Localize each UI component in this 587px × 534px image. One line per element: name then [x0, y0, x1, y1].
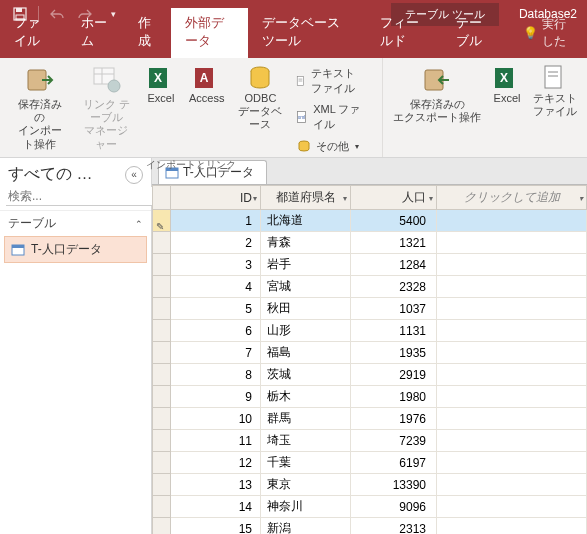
row-selector[interactable]: [153, 298, 171, 320]
import-xml-file-button[interactable]: xmlXML ファイル: [292, 100, 372, 134]
import-odbc-button[interactable]: ODBC データベース: [234, 62, 286, 134]
nav-pane-title[interactable]: すべての …: [8, 164, 92, 185]
tab-database-tools[interactable]: データベース ツール: [248, 8, 366, 58]
row-selector[interactable]: [153, 386, 171, 408]
table-row[interactable]: 7福島1935: [153, 342, 587, 364]
cell-empty[interactable]: [437, 254, 587, 276]
table-row[interactable]: 8茨城2919: [153, 364, 587, 386]
cell-population[interactable]: 9096: [351, 496, 437, 518]
cell-population[interactable]: 5400: [351, 210, 437, 232]
datasheet-grid[interactable]: ID▾ 都道府県名▾ 人口▾ クリックして追加▾ ✎1北海道54002青森132…: [152, 184, 587, 534]
cell-population[interactable]: 6197: [351, 452, 437, 474]
column-header-prefecture[interactable]: 都道府県名▾: [261, 186, 351, 210]
tab-create[interactable]: 作成: [124, 8, 171, 58]
row-selector[interactable]: [153, 254, 171, 276]
cell-id[interactable]: 8: [171, 364, 261, 386]
nav-search-input[interactable]: [6, 187, 160, 206]
cell-prefecture[interactable]: 埼玉: [261, 430, 351, 452]
tab-tell-me[interactable]: 💡実行した: [509, 10, 587, 58]
chevron-down-icon[interactable]: ▾: [579, 193, 583, 202]
table-row[interactable]: 4宮城2328: [153, 276, 587, 298]
row-selector[interactable]: ✎: [153, 210, 171, 232]
cell-id[interactable]: 14: [171, 496, 261, 518]
cell-id[interactable]: 4: [171, 276, 261, 298]
table-row[interactable]: ✎1北海道5400: [153, 210, 587, 232]
export-text-button[interactable]: テキスト ファイル: [529, 62, 581, 120]
table-row[interactable]: 15新潟2313: [153, 518, 587, 535]
row-selector[interactable]: [153, 474, 171, 496]
cell-prefecture[interactable]: 東京: [261, 474, 351, 496]
row-selector[interactable]: [153, 496, 171, 518]
table-row[interactable]: 13東京13390: [153, 474, 587, 496]
cell-empty[interactable]: [437, 518, 587, 535]
table-row[interactable]: 5秋田1037: [153, 298, 587, 320]
table-row[interactable]: 11埼玉7239: [153, 430, 587, 452]
cell-population[interactable]: 1131: [351, 320, 437, 342]
cell-prefecture[interactable]: 秋田: [261, 298, 351, 320]
cell-id[interactable]: 7: [171, 342, 261, 364]
cell-empty[interactable]: [437, 364, 587, 386]
cell-population[interactable]: 2313: [351, 518, 437, 535]
chevron-down-icon[interactable]: ▾: [343, 193, 347, 202]
qat-customize-icon[interactable]: ▾: [101, 2, 125, 26]
cell-empty[interactable]: [437, 430, 587, 452]
row-selector[interactable]: [153, 364, 171, 386]
cell-prefecture[interactable]: 福島: [261, 342, 351, 364]
cell-prefecture[interactable]: 宮城: [261, 276, 351, 298]
cell-population[interactable]: 1321: [351, 232, 437, 254]
saved-exports-button[interactable]: 保存済みの エクスポート操作: [389, 62, 485, 126]
tab-fields[interactable]: フィールド: [366, 8, 442, 58]
table-row[interactable]: 2青森1321: [153, 232, 587, 254]
cell-prefecture[interactable]: 山形: [261, 320, 351, 342]
cell-empty[interactable]: [437, 474, 587, 496]
cell-population[interactable]: 13390: [351, 474, 437, 496]
cell-population[interactable]: 2919: [351, 364, 437, 386]
cell-empty[interactable]: [437, 320, 587, 342]
row-selector[interactable]: [153, 342, 171, 364]
row-selector[interactable]: [153, 518, 171, 535]
cell-id[interactable]: 13: [171, 474, 261, 496]
cell-population[interactable]: 1976: [351, 408, 437, 430]
cell-id[interactable]: 15: [171, 518, 261, 535]
cell-empty[interactable]: [437, 408, 587, 430]
cell-empty[interactable]: [437, 298, 587, 320]
tab-external-data[interactable]: 外部データ: [171, 8, 247, 58]
cell-id[interactable]: 10: [171, 408, 261, 430]
cell-prefecture[interactable]: 千葉: [261, 452, 351, 474]
cell-empty[interactable]: [437, 232, 587, 254]
cell-id[interactable]: 12: [171, 452, 261, 474]
cell-id[interactable]: 3: [171, 254, 261, 276]
import-excel-button[interactable]: X Excel: [143, 62, 179, 107]
chevron-down-icon[interactable]: ▾: [429, 193, 433, 202]
row-selector[interactable]: [153, 320, 171, 342]
cell-prefecture[interactable]: 群馬: [261, 408, 351, 430]
cell-id[interactable]: 6: [171, 320, 261, 342]
redo-icon[interactable]: [73, 2, 97, 26]
tab-table[interactable]: テーブル: [442, 8, 509, 58]
cell-prefecture[interactable]: 神奈川: [261, 496, 351, 518]
cell-empty[interactable]: [437, 386, 587, 408]
cell-prefecture[interactable]: 青森: [261, 232, 351, 254]
column-header-add[interactable]: クリックして追加▾: [437, 186, 587, 210]
cell-population[interactable]: 1980: [351, 386, 437, 408]
cell-empty[interactable]: [437, 496, 587, 518]
row-selector[interactable]: [153, 430, 171, 452]
column-header-id[interactable]: ID▾: [171, 186, 261, 210]
undo-icon[interactable]: [45, 2, 69, 26]
import-other-button[interactable]: その他▾: [292, 136, 372, 156]
cell-empty[interactable]: [437, 342, 587, 364]
cell-id[interactable]: 2: [171, 232, 261, 254]
table-row[interactable]: 14神奈川9096: [153, 496, 587, 518]
cell-empty[interactable]: [437, 276, 587, 298]
row-selector[interactable]: [153, 232, 171, 254]
cell-id[interactable]: 9: [171, 386, 261, 408]
column-header-population[interactable]: 人口▾: [351, 186, 437, 210]
cell-id[interactable]: 5: [171, 298, 261, 320]
row-selector[interactable]: [153, 408, 171, 430]
chevron-down-icon[interactable]: ▾: [253, 193, 257, 202]
cell-prefecture[interactable]: 新潟: [261, 518, 351, 535]
cell-population[interactable]: 1037: [351, 298, 437, 320]
cell-prefecture[interactable]: 岩手: [261, 254, 351, 276]
nav-group-tables[interactable]: テーブル⌃: [0, 210, 151, 234]
select-all-cell[interactable]: [153, 186, 171, 210]
